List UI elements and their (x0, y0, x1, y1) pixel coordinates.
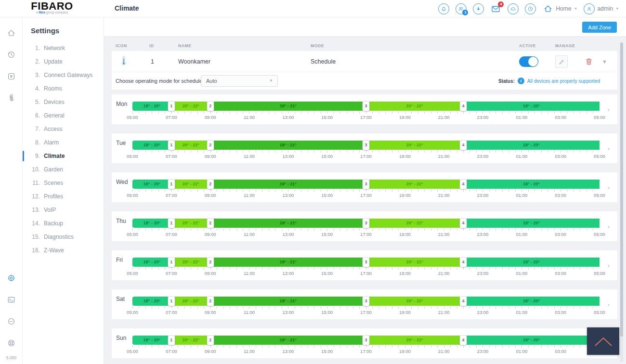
segment-handle[interactable]: 1 (168, 218, 175, 228)
temperature-segment[interactable]: 18° - 20° (132, 102, 171, 111)
scrollbar-thumb[interactable] (620, 42, 623, 337)
sidebar-item-z-wave[interactable]: 16.Z-Wave (23, 244, 104, 257)
temperature-segment[interactable]: 18° - 20° (132, 219, 171, 228)
segment-handle[interactable]: 3 (363, 101, 370, 111)
segment-handle[interactable]: 2 (207, 296, 214, 306)
segment-handle[interactable]: 3 (363, 296, 370, 306)
segment-handle[interactable]: 1 (168, 296, 175, 306)
segment-handle[interactable]: 3 (363, 257, 370, 267)
segment-handle[interactable]: 2 (207, 140, 214, 150)
sidebar-item-connect-gateways[interactable]: 3.Connect Gateways (23, 68, 104, 82)
mode-select[interactable]: Auto ▼ (201, 75, 278, 87)
alarm-bell-icon[interactable] (438, 3, 449, 14)
day-expand-chevron-icon[interactable]: › (608, 301, 610, 308)
temperature-segment[interactable]: 20° - 22° (171, 102, 210, 111)
segment-handle[interactable]: 4 (460, 257, 467, 267)
intercom-icon[interactable] (473, 3, 484, 14)
temperature-segment[interactable]: 20° - 22° (171, 297, 210, 306)
temperature-segment[interactable]: 20° - 22° (171, 258, 210, 267)
day-expand-chevron-icon[interactable]: › (608, 145, 610, 152)
day-expand-chevron-icon[interactable]: › (608, 223, 610, 230)
temperature-segment[interactable]: 19° - 21° (210, 258, 366, 267)
temperature-segment[interactable]: 18° - 20° (463, 258, 600, 267)
segment-handle[interactable]: 2 (207, 335, 214, 345)
sidebar-item-garden[interactable]: 10.Garden (23, 163, 104, 176)
temperature-segment[interactable]: 20° - 22° (366, 180, 463, 189)
temperature-segment[interactable]: 19° - 21° (210, 180, 366, 189)
user-menu[interactable]: admin ▼ (584, 3, 619, 14)
temperature-segment[interactable]: 18° - 20° (463, 336, 600, 345)
settings-gear-icon[interactable] (7, 273, 16, 283)
day-expand-chevron-icon[interactable]: › (608, 106, 610, 113)
temperature-segment[interactable]: 18° - 20° (132, 141, 171, 150)
sidebar-item-alarm[interactable]: 8.Alarm (23, 136, 104, 149)
sidebar-item-diagnostics[interactable]: 15.Diagnostics (23, 230, 104, 244)
sidebar-item-update[interactable]: 2.Update (23, 55, 104, 68)
segment-handle[interactable]: 4 (460, 296, 467, 306)
segment-handle[interactable]: 2 (207, 218, 214, 228)
temperature-segment[interactable]: 18° - 20° (463, 219, 600, 228)
temperature-segment[interactable]: 20° - 22° (366, 141, 463, 150)
clock-icon[interactable] (525, 3, 536, 14)
segment-handle[interactable]: 3 (363, 179, 370, 189)
zone-expand-chevron-icon[interactable]: ▼ (602, 59, 607, 65)
temperature-segment[interactable]: 20° - 22° (366, 297, 463, 306)
support-icon[interactable] (7, 338, 16, 348)
temperature-segment[interactable]: 18° - 20° (463, 141, 600, 150)
temperature-segment[interactable]: 20° - 22° (171, 219, 210, 228)
sidebar-item-rooms[interactable]: 4.Rooms (23, 82, 104, 95)
temperature-segment[interactable]: 19° - 21° (210, 141, 366, 150)
temperature-segment[interactable]: 19° - 21° (210, 297, 366, 306)
sidebar-item-backup[interactable]: 14.Backup (23, 217, 104, 230)
temperature-segment[interactable]: 20° - 22° (171, 336, 210, 345)
temperature-segment[interactable]: 20° - 22° (366, 258, 463, 267)
add-zone-button[interactable]: Add Zone (582, 22, 617, 33)
fibaro-logo[interactable]: FIBARO a Nice group company (0, 0, 104, 17)
temperature-segment[interactable]: 18° - 20° (463, 297, 600, 306)
segment-handle[interactable]: 4 (460, 179, 467, 189)
segment-handle[interactable]: 1 (168, 257, 175, 267)
temperature-segment[interactable]: 19° - 21° (210, 102, 366, 111)
temperature-segment[interactable]: 20° - 22° (171, 141, 210, 150)
temperature-segment[interactable]: 18° - 20° (132, 297, 171, 306)
temperature-segment[interactable]: 20° - 22° (366, 219, 463, 228)
segment-handle[interactable]: 1 (168, 101, 175, 111)
sidebar-item-scenes[interactable]: 11.Scenes (23, 176, 104, 190)
history-icon[interactable] (7, 50, 16, 59)
temperature-segment[interactable]: 20° - 22° (366, 102, 463, 111)
day-expand-chevron-icon[interactable]: › (608, 262, 610, 269)
sidebar-item-profiles[interactable]: 12.Profiles (23, 190, 104, 203)
temperature-segment[interactable]: 18° - 20° (132, 258, 171, 267)
temperature-segment[interactable]: 18° - 20° (463, 102, 600, 111)
sidebar-item-network[interactable]: 1.Network (23, 41, 104, 55)
segment-handle[interactable]: 3 (363, 140, 370, 150)
temperature-segment[interactable]: 20° - 22° (366, 336, 463, 345)
segment-handle[interactable]: 1 (168, 179, 175, 189)
home-selector[interactable]: Home ▼ (542, 3, 577, 14)
home-icon[interactable] (7, 28, 16, 38)
scroll-to-top-button[interactable] (587, 327, 619, 355)
segment-handle[interactable]: 4 (460, 140, 467, 150)
segment-handle[interactable]: 4 (460, 101, 467, 111)
segment-handle[interactable]: 2 (207, 101, 214, 111)
temperature-segment[interactable]: 19° - 21° (210, 219, 366, 228)
sidebar-item-climate[interactable]: 9.Climate (23, 149, 104, 163)
day-expand-chevron-icon[interactable]: › (608, 184, 610, 191)
climate-icon[interactable] (7, 93, 16, 103)
segment-handle[interactable]: 2 (207, 257, 214, 267)
segment-handle[interactable]: 1 (168, 335, 175, 345)
messages-icon[interactable]: 4 (490, 3, 501, 14)
segment-handle[interactable]: 4 (460, 218, 467, 228)
temperature-segment[interactable]: 19° - 21° (210, 336, 366, 345)
segment-handle[interactable]: 2 (207, 179, 214, 189)
temperature-segment[interactable]: 18° - 20° (132, 180, 171, 189)
temperature-segment[interactable]: 18° - 20° (132, 336, 171, 345)
temperature-segment[interactable]: 20° - 22° (171, 180, 210, 189)
edit-zone-button[interactable] (555, 55, 568, 68)
cloud-icon[interactable] (508, 3, 519, 14)
delete-zone-button[interactable] (585, 57, 594, 66)
sidebar-item-devices[interactable]: 5.Devices (23, 95, 104, 109)
segment-handle[interactable]: 3 (363, 335, 370, 345)
users-icon[interactable]: 1 (456, 3, 467, 14)
sidebar-item-voip[interactable]: 13.VoIP (23, 203, 104, 217)
